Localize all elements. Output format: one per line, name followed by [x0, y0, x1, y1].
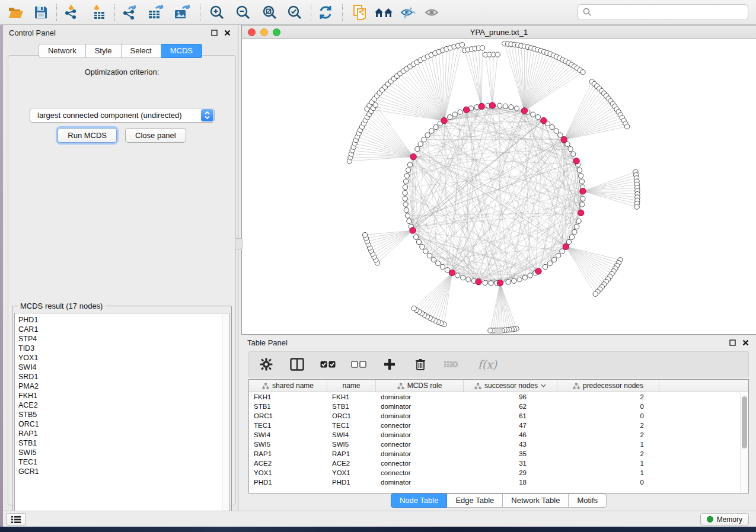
- cell-successor-nodes[interactable]: 62: [464, 403, 557, 410]
- zoom-out-button[interactable]: [232, 2, 254, 23]
- delete-table-button[interactable]: [444, 357, 459, 372]
- zoom-fit-button[interactable]: [259, 2, 281, 23]
- cell-name[interactable]: FKH1: [327, 393, 376, 400]
- cell-shared-name[interactable]: ACE2: [249, 460, 327, 467]
- cell-shared-name[interactable]: PHD1: [249, 479, 327, 486]
- cell-name[interactable]: SWI4: [327, 431, 376, 438]
- tab-network[interactable]: Network: [39, 44, 86, 58]
- cell-shared-name[interactable]: SWI5: [249, 441, 327, 448]
- table-row[interactable]: ACE2ACE2connector311: [249, 459, 748, 468]
- mcds-result-item[interactable]: TEC1: [18, 457, 229, 467]
- close-panel-icon[interactable]: [222, 28, 232, 37]
- cell-predecessor-nodes[interactable]: 2: [557, 431, 659, 438]
- export-image-button[interactable]: [171, 2, 193, 23]
- refresh-layout-button[interactable]: [314, 2, 337, 23]
- new-network-from-selection-button[interactable]: [349, 2, 371, 23]
- cell-mcds-role[interactable]: connector: [376, 422, 464, 429]
- cell-mcds-role[interactable]: connector: [376, 460, 464, 467]
- mcds-result-item[interactable]: CAR1: [18, 325, 229, 334]
- horizontal-splitter-handle[interactable]: [495, 328, 503, 334]
- cell-successor-nodes[interactable]: 18: [464, 479, 557, 486]
- cell-shared-name[interactable]: SWI4: [249, 431, 327, 438]
- cell-name[interactable]: ORC1: [327, 412, 376, 419]
- cell-mcds-role[interactable]: dominator: [376, 393, 464, 400]
- table-settings-button[interactable]: [259, 357, 274, 372]
- mcds-result-item[interactable]: FKH1: [18, 391, 229, 400]
- cell-predecessor-nodes[interactable]: 1: [557, 469, 659, 476]
- table-row[interactable]: SWI5SWI5connector431: [249, 440, 748, 449]
- cell-predecessor-nodes[interactable]: 1: [557, 460, 659, 467]
- cell-shared-name[interactable]: STB1: [249, 403, 327, 410]
- network-canvas[interactable]: [242, 39, 755, 334]
- cell-successor-nodes[interactable]: 47: [464, 422, 557, 429]
- mcds-result-item[interactable]: ACE2: [18, 400, 229, 410]
- cell-predecessor-nodes[interactable]: 0: [557, 412, 659, 419]
- column-view-button[interactable]: [289, 357, 305, 372]
- mcds-result-item[interactable]: SWI5: [18, 448, 229, 457]
- mcds-result-item[interactable]: PHD1: [18, 315, 229, 325]
- add-column-button[interactable]: [382, 357, 397, 372]
- mcds-result-item[interactable]: YOX1: [18, 353, 229, 363]
- cell-shared-name[interactable]: RAP1: [249, 450, 327, 457]
- table-row[interactable]: YOX1YOX1connector291: [249, 468, 748, 477]
- column-header-predecessor-nodes[interactable]: predecessor nodes: [557, 380, 659, 392]
- cell-mcds-role[interactable]: connector: [376, 469, 464, 476]
- import-table-button[interactable]: [88, 2, 110, 23]
- mcds-result-list[interactable]: PHD1CAR1STP4TID3YOX1SWI4SRD1PMA2FKH1ACE2…: [14, 313, 229, 521]
- mcds-result-item[interactable]: RAP1: [18, 429, 229, 438]
- select-all-button[interactable]: [320, 357, 336, 372]
- cell-successor-nodes[interactable]: 43: [464, 441, 557, 448]
- mcds-result-item[interactable]: STP4: [18, 334, 229, 344]
- open-file-button[interactable]: [5, 2, 27, 23]
- cell-successor-nodes[interactable]: 29: [464, 469, 557, 476]
- mcds-result-item[interactable]: SWI4: [18, 363, 229, 372]
- cell-predecessor-nodes[interactable]: 1: [557, 441, 659, 448]
- column-header-shared-name[interactable]: shared name: [249, 380, 327, 392]
- mcds-list-scrollbar[interactable]: [222, 313, 229, 521]
- table-row[interactable]: SWI4SWI4dominator462: [249, 430, 748, 440]
- window-maximize-icon[interactable]: [273, 28, 280, 36]
- table-scrollbar[interactable]: [740, 393, 748, 493]
- cell-mcds-role[interactable]: dominator: [376, 412, 464, 419]
- cell-successor-nodes[interactable]: 35: [464, 450, 557, 457]
- tab-select[interactable]: Select: [122, 44, 161, 58]
- deselect-all-button[interactable]: [351, 357, 366, 372]
- cell-successor-nodes[interactable]: 46: [464, 431, 557, 438]
- table-row[interactable]: RAP1RAP1dominator352: [249, 449, 748, 459]
- cell-name[interactable]: YOX1: [327, 469, 376, 476]
- cell-mcds-role[interactable]: connector: [376, 441, 464, 448]
- hide-selected-button[interactable]: [397, 2, 419, 23]
- mcds-result-item[interactable]: STB5: [18, 410, 229, 419]
- tab-style[interactable]: Style: [86, 44, 122, 58]
- cell-successor-nodes[interactable]: 96: [464, 393, 557, 400]
- cell-shared-name[interactable]: ORC1: [249, 412, 327, 419]
- cell-predecessor-nodes[interactable]: 2: [557, 450, 659, 457]
- mcds-result-item[interactable]: PMA2: [18, 382, 229, 391]
- tab-mcds[interactable]: MCDS: [161, 44, 202, 58]
- optimization-criterion-select[interactable]: largest connected component (undirected): [30, 108, 215, 123]
- zoom-selected-button[interactable]: [283, 2, 306, 23]
- search-input[interactable]: [595, 8, 743, 17]
- zoom-in-button[interactable]: [206, 2, 228, 23]
- cell-predecessor-nodes[interactable]: 2: [557, 422, 659, 429]
- mcds-result-item[interactable]: SRD1: [18, 372, 229, 382]
- export-network-button[interactable]: [118, 2, 141, 23]
- cell-name[interactable]: TEC1: [327, 422, 376, 429]
- mcds-result-item[interactable]: TID3: [18, 344, 229, 353]
- cell-name[interactable]: SWI5: [327, 441, 376, 448]
- column-header-mcds-role[interactable]: MCDS role: [376, 380, 464, 392]
- table-row[interactable]: FKH1FKH1dominator962: [249, 392, 748, 402]
- table-scrollbar-thumb[interactable]: [742, 396, 747, 448]
- table-tab-network-table[interactable]: Network Table: [503, 493, 569, 508]
- cell-name[interactable]: ACE2: [327, 460, 376, 467]
- table-row[interactable]: STB1STB1dominator620: [249, 402, 748, 411]
- cell-shared-name[interactable]: YOX1: [249, 469, 327, 476]
- cell-name[interactable]: STB1: [327, 403, 376, 410]
- export-table-button[interactable]: [145, 2, 167, 23]
- cell-mcds-role[interactable]: dominator: [376, 403, 464, 410]
- cell-shared-name[interactable]: TEC1: [249, 422, 327, 429]
- window-minimize-icon[interactable]: [260, 28, 268, 36]
- cell-predecessor-nodes[interactable]: 0: [557, 403, 659, 410]
- cell-shared-name[interactable]: FKH1: [249, 393, 327, 400]
- vertical-splitter-handle[interactable]: [235, 238, 243, 249]
